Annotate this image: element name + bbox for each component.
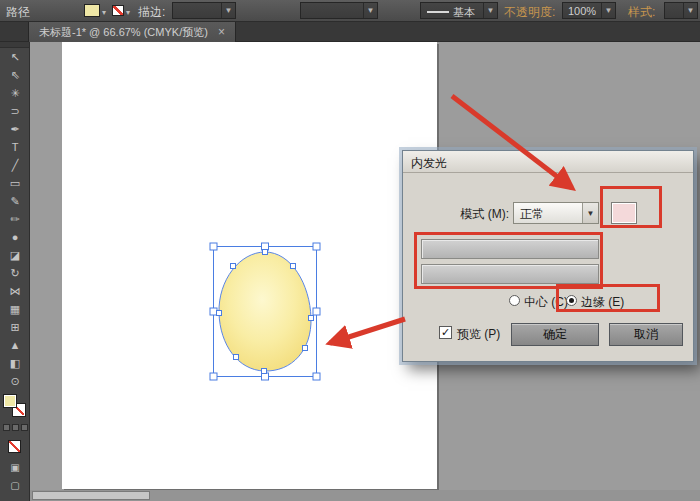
line-segment-tool[interactable]: ╱: [0, 156, 30, 174]
horizontal-scrollbar-thumb[interactable]: [32, 491, 150, 500]
document-tab-bar: 未标题-1* @ 66.67% (CMYK/预览) ×: [0, 22, 700, 42]
screen-mode-icon[interactable]: ▢: [0, 478, 30, 494]
stroke-label: 描边:: [138, 4, 165, 21]
free-transform-tool[interactable]: ▦: [0, 300, 30, 318]
dialog-color-swatch[interactable]: [611, 202, 637, 224]
rotate-tool[interactable]: ↻: [0, 264, 30, 282]
rectangle-tool[interactable]: ▭: [0, 174, 30, 192]
dialog-title: 内发光: [411, 156, 447, 170]
opacity-label[interactable]: 不透明度:: [504, 4, 555, 21]
dialog-title-bar[interactable]: 内发光: [403, 151, 693, 173]
style-dropdown[interactable]: ▼: [664, 2, 698, 19]
stroke-weight-dropdown[interactable]: ▼: [172, 2, 236, 19]
preview-checkbox[interactable]: ✓: [439, 326, 452, 339]
width-tool[interactable]: ⋈: [0, 282, 30, 300]
brush-stroke-preview: [427, 11, 449, 13]
shape-builder-tool[interactable]: ⊞: [0, 318, 30, 336]
tab-close-icon[interactable]: ×: [218, 25, 225, 39]
gradient-tool[interactable]: ◧: [0, 354, 30, 372]
selection-tool[interactable]: ↖: [0, 48, 30, 66]
dropdown-arrow-icon[interactable]: ▼: [221, 3, 235, 18]
dropdown-arrow-icon[interactable]: ▼: [363, 3, 377, 18]
mode-value: 正常: [520, 206, 544, 223]
type-tool[interactable]: T: [0, 138, 30, 156]
zoom-tool[interactable]: ⊙: [0, 372, 30, 390]
perspective-grid-tool[interactable]: ▲: [0, 336, 30, 354]
brush-definition-dropdown[interactable]: 基本 ▼: [420, 2, 498, 19]
cancel-button[interactable]: 取消: [609, 323, 683, 346]
blur-slider-bar[interactable]: [421, 264, 599, 284]
center-radio[interactable]: [509, 295, 520, 306]
gradient-button[interactable]: [12, 424, 19, 431]
pencil-tool[interactable]: ✏: [0, 210, 30, 228]
fill-color-swatch[interactable]: [84, 4, 100, 17]
mode-label: 模式 (M):: [451, 206, 509, 223]
illustrator-window: 路径 ▾ ▾ 描边: ▼ ▼ 基本 ▼ 不透明度: 100% ▼ 样式: ▼: [0, 0, 700, 501]
opacity-slider-bar[interactable]: [421, 239, 599, 259]
magic-wand-tool[interactable]: ✳: [0, 84, 30, 102]
color-button[interactable]: [3, 424, 10, 431]
control-bar: 路径 ▾ ▾ 描边: ▼ ▼ 基本 ▼ 不透明度: 100% ▼ 样式: ▼: [0, 0, 700, 22]
artboard[interactable]: [62, 42, 437, 489]
selection-type-label: 路径: [6, 4, 30, 21]
dropdown-arrow-icon[interactable]: ▼: [582, 203, 598, 223]
document-tab-title: 未标题-1* @ 66.67% (CMYK/预览): [39, 25, 208, 40]
brush-name: 基本: [453, 5, 475, 20]
opacity-value: 100%: [568, 5, 596, 17]
tool-panel: ↖⇖✳⊃✒T╱▭✎✏●◪↻⋈▦⊞▲◧⊙ ▣ ▢: [0, 42, 30, 501]
dropdown-arrow-icon[interactable]: ▼: [483, 3, 497, 18]
pen-tool[interactable]: ✒: [0, 120, 30, 138]
fill-indicator-swatch[interactable]: [3, 394, 17, 408]
edge-radio[interactable]: [566, 295, 577, 306]
tool-list: ↖⇖✳⊃✒T╱▭✎✏●◪↻⋈▦⊞▲◧⊙: [0, 48, 29, 390]
stroke-color-swatch[interactable]: [112, 5, 124, 16]
stroke-caret-icon[interactable]: ▾: [126, 8, 130, 17]
preview-label[interactable]: 预览 (P): [457, 326, 500, 343]
document-tab[interactable]: 未标题-1* @ 66.67% (CMYK/预览) ×: [28, 22, 236, 42]
none-button[interactable]: [21, 424, 28, 431]
ok-button[interactable]: 确定: [511, 323, 599, 346]
lasso-tool[interactable]: ⊃: [0, 102, 30, 120]
eraser-tool[interactable]: ◪: [0, 246, 30, 264]
width-profile-dropdown[interactable]: ▼: [300, 2, 378, 19]
center-radio-label[interactable]: 中心 (C): [524, 294, 568, 311]
fill-caret-icon[interactable]: ▾: [102, 8, 106, 17]
fill-stroke-indicator: [3, 394, 27, 418]
opacity-dropdown[interactable]: 100% ▼: [562, 2, 616, 19]
inner-glow-dialog: 内发光 模式 (M): 正常 ▼ 中心 (C) 边缘 (E) ✓ 预览 (P) …: [402, 150, 694, 362]
check-icon: ✓: [441, 326, 450, 338]
blob-brush-tool[interactable]: ●: [0, 228, 30, 246]
dropdown-arrow-icon[interactable]: ▼: [601, 3, 615, 18]
edge-radio-label[interactable]: 边缘 (E): [581, 294, 624, 311]
none-swatch[interactable]: [8, 440, 21, 453]
mode-dropdown[interactable]: 正常 ▼: [513, 202, 599, 224]
dropdown-arrow-icon[interactable]: ▼: [683, 3, 697, 18]
style-label[interactable]: 样式:: [628, 4, 655, 21]
direct-selection-tool[interactable]: ⇖: [0, 66, 30, 84]
color-mode-buttons: [3, 424, 28, 431]
paintbrush-tool[interactable]: ✎: [0, 192, 30, 210]
draw-mode-icon[interactable]: ▣: [0, 460, 30, 476]
